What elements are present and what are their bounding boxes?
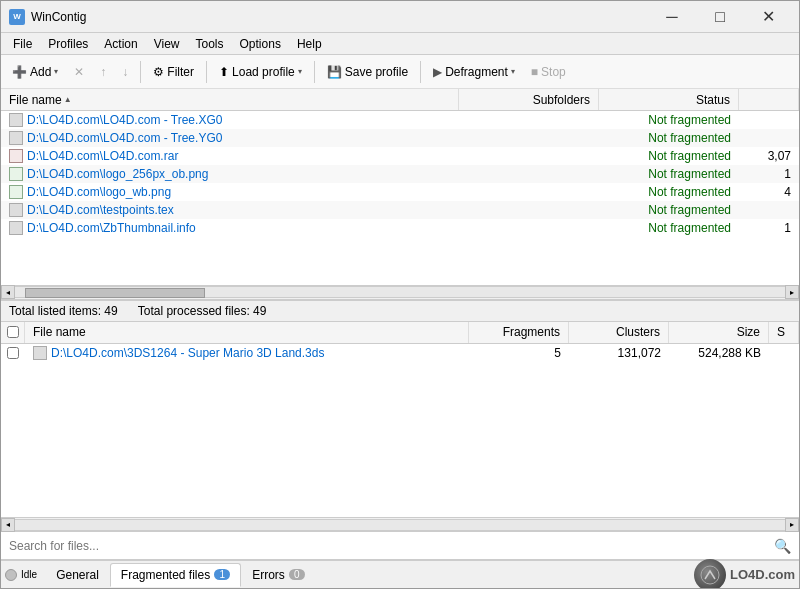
scroll-track bbox=[15, 286, 785, 298]
bottom-tabs: Idle General Fragmented files 1 Errors 0… bbox=[1, 560, 799, 588]
tab-general-label: General bbox=[56, 568, 99, 582]
move-up-icon: ↑ bbox=[100, 65, 106, 79]
delete-button[interactable]: ✕ bbox=[67, 59, 91, 85]
file-row[interactable]: D:\LO4D.com\logo_wb.png Not fragmented 4 bbox=[1, 183, 799, 201]
menu-bar: File Profiles Action View Tools Options … bbox=[1, 33, 799, 55]
window-controls: ─ □ ✕ bbox=[649, 1, 791, 33]
scroll-left-btn[interactable]: ◂ bbox=[1, 285, 15, 299]
separator-3 bbox=[314, 61, 315, 83]
menu-view[interactable]: View bbox=[146, 35, 188, 53]
load-profile-arrow: ▾ bbox=[298, 67, 302, 76]
delete-icon: ✕ bbox=[74, 65, 84, 79]
watermark: LO4D.com bbox=[694, 559, 795, 590]
file-type-icon bbox=[9, 131, 23, 145]
file-row[interactable]: D:\LO4D.com\LO4D.com - Tree.YG0 Not frag… bbox=[1, 129, 799, 147]
maximize-button[interactable]: □ bbox=[697, 1, 743, 33]
defragment-arrow: ▾ bbox=[511, 67, 515, 76]
header-s[interactable]: S bbox=[769, 322, 799, 343]
lo4d-logo bbox=[694, 559, 726, 590]
errors-badge: 0 bbox=[289, 569, 305, 580]
menu-profiles[interactable]: Profiles bbox=[40, 35, 96, 53]
header-size[interactable]: Size bbox=[669, 322, 769, 343]
separator-2 bbox=[206, 61, 207, 83]
menu-tools[interactable]: Tools bbox=[188, 35, 232, 53]
frag-row[interactable]: D:\LO4D.com\3DS1264 - Super Mario 3D Lan… bbox=[1, 344, 799, 362]
upper-file-list: D:\LO4D.com\LO4D.com - Tree.XG0 Not frag… bbox=[1, 111, 799, 285]
lower-list-header: File name Fragments Clusters Size S bbox=[1, 322, 799, 344]
status-bar-mid: Total listed items: 49 Total processed f… bbox=[1, 300, 799, 322]
add-dropdown-arrow: ▾ bbox=[54, 67, 58, 76]
move-up-button[interactable]: ↑ bbox=[93, 59, 113, 85]
window-title: WinContig bbox=[31, 10, 649, 24]
filter-button[interactable]: ⚙ Filter bbox=[146, 59, 201, 85]
file-row[interactable]: D:\LO4D.com\testpoints.tex Not fragmente… bbox=[1, 201, 799, 219]
search-input[interactable] bbox=[9, 539, 774, 553]
close-button[interactable]: ✕ bbox=[745, 1, 791, 33]
lower-file-list: D:\LO4D.com\3DS1264 - Super Mario 3D Lan… bbox=[1, 344, 799, 518]
save-profile-label: Save profile bbox=[345, 65, 408, 79]
tab-fragmented[interactable]: Fragmented files 1 bbox=[110, 563, 241, 587]
scroll-thumb[interactable] bbox=[25, 288, 205, 298]
add-icon: ➕ bbox=[12, 65, 27, 79]
frag-row-checkbox[interactable] bbox=[7, 347, 19, 359]
file-type-icon bbox=[9, 167, 23, 181]
app-icon: W bbox=[9, 9, 25, 25]
file-type-icon bbox=[9, 149, 23, 163]
add-label: Add bbox=[30, 65, 51, 79]
add-button[interactable]: ➕ Add ▾ bbox=[5, 59, 65, 85]
file-row[interactable]: D:\LO4D.com\logo_256px_ob.png Not fragme… bbox=[1, 165, 799, 183]
stop-button[interactable]: ■ Stop bbox=[524, 59, 573, 85]
lower-scroll-left-btn[interactable]: ◂ bbox=[1, 518, 15, 532]
file-row[interactable]: D:\LO4D.com\LO4D.com.rar Not fragmented … bbox=[1, 147, 799, 165]
lower-pane: File name Fragments Clusters Size S bbox=[1, 322, 799, 533]
file-type-icon bbox=[9, 221, 23, 235]
filter-label: Filter bbox=[167, 65, 194, 79]
move-down-button[interactable]: ↓ bbox=[115, 59, 135, 85]
filter-icon: ⚙ bbox=[153, 65, 164, 79]
header-clusters[interactable]: Clusters bbox=[569, 322, 669, 343]
tab-general[interactable]: General bbox=[45, 563, 110, 587]
header-frag-filename[interactable]: File name bbox=[25, 322, 469, 343]
save-profile-icon: 💾 bbox=[327, 65, 342, 79]
file-row[interactable]: D:\LO4D.com\ZbThumbnail.info Not fragmen… bbox=[1, 219, 799, 237]
header-fragments[interactable]: Fragments bbox=[469, 322, 569, 343]
upper-hscroll: ◂ ▸ bbox=[1, 285, 799, 299]
file-type-icon bbox=[9, 203, 23, 217]
select-all-checkbox[interactable] bbox=[7, 326, 19, 338]
header-status[interactable]: Status bbox=[599, 89, 739, 110]
search-icon: 🔍 bbox=[774, 538, 791, 554]
lo4d-icon bbox=[700, 565, 720, 585]
tab-fragmented-label: Fragmented files bbox=[121, 568, 210, 582]
fragmented-badge: 1 bbox=[214, 569, 230, 580]
lower-scroll-track bbox=[15, 519, 785, 531]
separator-4 bbox=[420, 61, 421, 83]
tab-errors-label: Errors bbox=[252, 568, 285, 582]
scroll-right-btn[interactable]: ▸ bbox=[785, 285, 799, 299]
file-row[interactable]: D:\LO4D.com\LO4D.com - Tree.XG0 Not frag… bbox=[1, 111, 799, 129]
menu-action[interactable]: Action bbox=[96, 35, 145, 53]
header-num[interactable] bbox=[739, 89, 799, 110]
lower-scroll-right-btn[interactable]: ▸ bbox=[785, 518, 799, 532]
upper-pane: File name ▲ Subfolders Status D:\LO4D.co… bbox=[1, 89, 799, 300]
menu-help[interactable]: Help bbox=[289, 35, 330, 53]
search-bar: 🔍 bbox=[1, 532, 799, 560]
total-listed: Total listed items: 49 bbox=[9, 304, 118, 318]
load-profile-label: Load profile bbox=[232, 65, 295, 79]
frag-file-icon bbox=[33, 346, 47, 360]
header-subfolders[interactable]: Subfolders bbox=[459, 89, 599, 110]
file-type-icon bbox=[9, 113, 23, 127]
load-profile-button[interactable]: ⬆ Load profile ▾ bbox=[212, 59, 309, 85]
menu-file[interactable]: File bbox=[5, 35, 40, 53]
move-down-icon: ↓ bbox=[122, 65, 128, 79]
menu-options[interactable]: Options bbox=[232, 35, 289, 53]
stop-icon: ■ bbox=[531, 65, 538, 79]
header-filename[interactable]: File name ▲ bbox=[1, 89, 459, 110]
stop-label: Stop bbox=[541, 65, 566, 79]
load-profile-icon: ⬆ bbox=[219, 65, 229, 79]
tab-errors[interactable]: Errors 0 bbox=[241, 563, 316, 587]
save-profile-button[interactable]: 💾 Save profile bbox=[320, 59, 415, 85]
minimize-button[interactable]: ─ bbox=[649, 1, 695, 33]
lower-hscroll: ◂ ▸ bbox=[1, 517, 799, 531]
defragment-button[interactable]: ▶ Defragment ▾ bbox=[426, 59, 522, 85]
upper-list-header: File name ▲ Subfolders Status bbox=[1, 89, 799, 111]
